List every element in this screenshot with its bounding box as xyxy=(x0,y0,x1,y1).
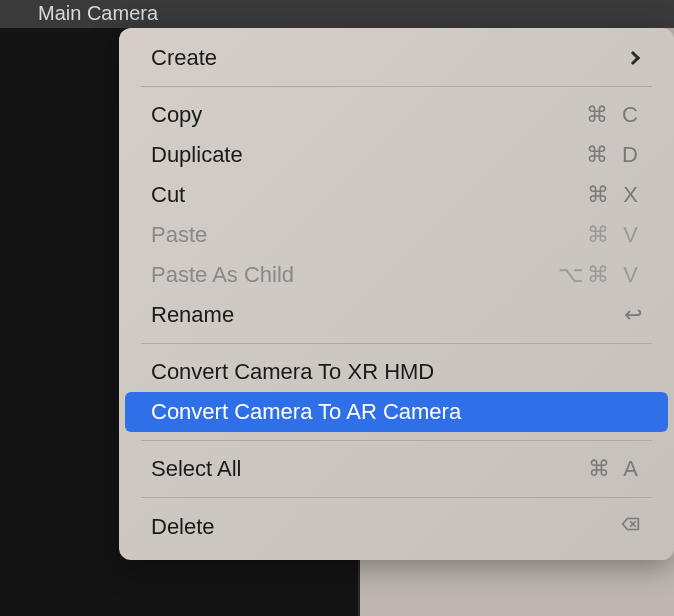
menu-item-copy[interactable]: Copy ⌘ C xyxy=(125,95,668,135)
hierarchy-item-label: Main Camera xyxy=(38,2,158,24)
menu-item-label: Convert Camera To AR Camera xyxy=(151,399,642,425)
menu-shortcut: ⌘ X xyxy=(587,182,642,208)
menu-item-duplicate[interactable]: Duplicate ⌘ D xyxy=(125,135,668,175)
context-menu: Create Copy ⌘ C Duplicate ⌘ D Cut ⌘ X Pa… xyxy=(119,28,674,560)
menu-divider xyxy=(141,440,652,441)
menu-item-delete[interactable]: Delete xyxy=(125,506,668,548)
menu-item-paste-as-child: Paste As Child ⌥⌘ V xyxy=(125,255,668,295)
menu-item-label: Paste xyxy=(151,222,587,248)
menu-item-cut[interactable]: Cut ⌘ X xyxy=(125,175,668,215)
menu-item-label: Duplicate xyxy=(151,142,586,168)
menu-item-label: Select All xyxy=(151,456,588,482)
menu-item-label: Delete xyxy=(151,514,620,540)
menu-shortcut: ⌘ C xyxy=(586,102,642,128)
delete-key-icon xyxy=(620,513,642,541)
hierarchy-item-main-camera[interactable]: Main Camera xyxy=(0,0,358,28)
menu-shortcut: ⌘ V xyxy=(587,222,642,248)
menu-item-create[interactable]: Create xyxy=(125,38,668,78)
menu-item-paste: Paste ⌘ V xyxy=(125,215,668,255)
menu-item-label: Paste As Child xyxy=(151,262,558,288)
menu-item-label: Convert Camera To XR HMD xyxy=(151,359,642,385)
hierarchy-top-bar: Main Camera xyxy=(0,0,674,28)
menu-shortcut: ⌥⌘ V xyxy=(558,262,642,288)
menu-item-label: Create xyxy=(151,45,628,71)
menu-shortcut: ⌘ A xyxy=(588,456,642,482)
menu-item-label: Copy xyxy=(151,102,586,128)
menu-divider xyxy=(141,343,652,344)
chevron-right-icon xyxy=(626,51,640,65)
return-key-icon: ↩ xyxy=(624,302,642,328)
menu-item-convert-ar[interactable]: Convert Camera To AR Camera xyxy=(125,392,668,432)
menu-shortcut: ⌘ D xyxy=(586,142,642,168)
menu-divider xyxy=(141,497,652,498)
menu-item-rename[interactable]: Rename ↩ xyxy=(125,295,668,335)
menu-item-label: Cut xyxy=(151,182,587,208)
menu-item-select-all[interactable]: Select All ⌘ A xyxy=(125,449,668,489)
menu-divider xyxy=(141,86,652,87)
menu-item-label: Rename xyxy=(151,302,624,328)
menu-item-convert-xr[interactable]: Convert Camera To XR HMD xyxy=(125,352,668,392)
